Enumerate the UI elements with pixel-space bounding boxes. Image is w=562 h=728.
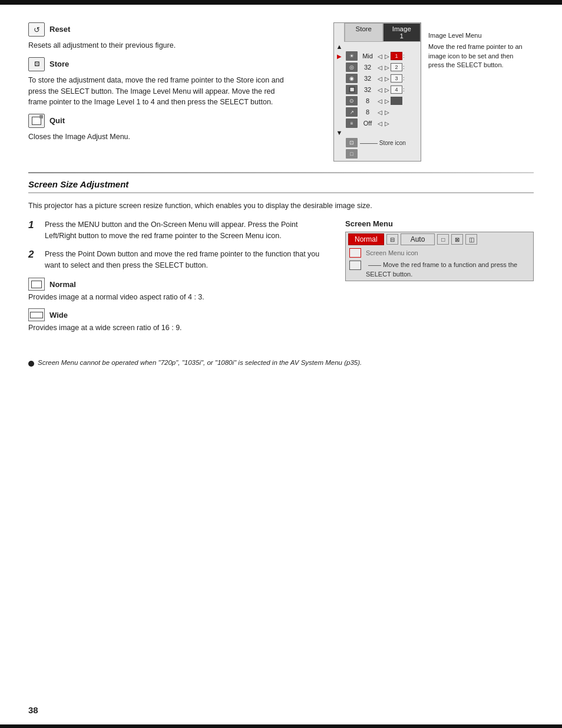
page-number: 38	[28, 705, 38, 715]
wide-description: Provides image at a wide screen ratio of…	[28, 324, 328, 332]
reset-title: Reset	[49, 22, 70, 37]
annotation-title: Image Level Menu	[428, 31, 523, 40]
row3-box: 3	[391, 74, 402, 83]
step-1-num: 1	[28, 219, 45, 231]
wide-icon-inner	[30, 312, 43, 318]
row1-icon: ☀	[346, 51, 358, 61]
step-2-num: 2	[28, 249, 45, 261]
screen-menu-icon-label: Screen Menu icon	[366, 249, 418, 256]
main-divider	[28, 172, 534, 173]
row3-icon: ◉	[346, 74, 358, 83]
top-bar	[0, 0, 562, 5]
row5-box	[391, 97, 402, 105]
step-2: 2 Press the Point Down button and move t…	[28, 249, 328, 271]
screen-move-text-content: Move the red frame to a function and pre…	[366, 261, 517, 277]
step-1-text: Press the MENU button and the On-Screen …	[45, 219, 328, 242]
quit-row-icon: □	[346, 149, 358, 159]
bottom-bar	[0, 724, 562, 728]
reset-description: Resets all adjustment to their previous …	[28, 40, 293, 51]
row6-icon: ↗	[346, 107, 358, 117]
row6-label: 8	[359, 108, 376, 116]
screen-menu-icon2: □	[437, 234, 449, 245]
left-column: ↺ Reset Resets all adjustment to their p…	[28, 17, 322, 162]
normal-function-header: Normal	[28, 278, 328, 291]
reset-section-header: ↺ Reset	[28, 22, 322, 37]
red-arrow: ▶	[334, 53, 345, 60]
row4-icon: 🔲	[346, 85, 358, 94]
image-level-menu-box: Store Image 1 ▲ ▶ ☀ Mid ◁	[333, 22, 421, 162]
store-icon: ⊡	[28, 57, 45, 71]
screen-move-text: —— Move the red frame to a function and …	[366, 261, 530, 279]
quit-title: Quit	[49, 114, 65, 128]
quit-icon-inner	[32, 117, 41, 125]
row2-label: 32	[359, 64, 376, 71]
store-icon-callout-line: ——— Store icon	[360, 140, 406, 146]
screen-menu-icon3: ⊠	[451, 234, 463, 245]
normal-label: Normal	[49, 280, 76, 289]
screen-size-intro: This projector has a picture screen resi…	[28, 200, 534, 212]
screen-size-heading: Screen Size Adjustment	[28, 179, 534, 189]
screen-menu-title: Screen Menu	[345, 219, 534, 228]
screen-menu-icon1: ⊟	[386, 234, 398, 245]
store-section-header: ⊡ Store	[28, 57, 322, 71]
wide-label: Wide	[49, 311, 68, 319]
store-title: Store	[49, 57, 69, 71]
bottom-note: Screen Menu cannot be operated when "720…	[28, 359, 534, 367]
row1-label: Mid	[359, 52, 376, 60]
store-callout-label: Store icon	[379, 140, 406, 146]
row7-label: Off	[359, 120, 376, 127]
screen-menu-diagram: Screen Menu Normal ⊟ Auto □ ⊠ ◫ Screen M…	[345, 219, 534, 335]
screen-sq-1	[349, 248, 361, 258]
row7-icon: ≡	[346, 118, 358, 128]
heading-divider	[28, 192, 534, 193]
screen-menu-icon4: ◫	[465, 234, 477, 245]
normal-icon	[28, 278, 45, 291]
normal-icon-inner	[31, 281, 42, 288]
wide-function-header: Wide	[28, 308, 328, 321]
menu-header-store: Store	[345, 23, 383, 42]
step-1: 1 Press the MENU button and the On-Scree…	[28, 219, 328, 242]
quit-icon	[28, 114, 45, 128]
screen-menu-box: Normal ⊟ Auto □ ⊠ ◫ Screen Menu icon	[345, 232, 534, 281]
row1-box1: 1	[391, 52, 402, 60]
bullet-icon	[28, 361, 34, 367]
row4-box: 4	[391, 85, 402, 94]
row2-box: 2	[391, 63, 402, 71]
down-arrow: ▼	[334, 129, 345, 136]
screen-size-main-col: 1 Press the MENU button and the On-Scree…	[28, 219, 328, 335]
up-arrow: ▲	[334, 43, 345, 50]
row5-icon: ⊙	[346, 96, 358, 106]
row4-label: 32	[359, 86, 376, 93]
image-level-annotation: Image Level Menu Move the red frame poin…	[428, 31, 523, 70]
store-description: To store the adjustment data, move the r…	[28, 75, 293, 108]
row3-label: 32	[359, 75, 376, 82]
reset-icon: ↺	[28, 22, 45, 37]
row5-label: 8	[359, 97, 376, 104]
wide-icon	[28, 308, 45, 321]
screen-sq-2	[349, 261, 361, 270]
quit-section-header: Quit	[28, 114, 322, 128]
menu-header-image1: Image 1	[383, 23, 421, 42]
store-row-icon: ⊡	[346, 138, 358, 147]
quit-description: Closes the Image Adjust Menu.	[28, 131, 293, 143]
row2-icon: ◎	[346, 62, 358, 72]
normal-description: Provides image at a normal video aspect …	[28, 293, 328, 301]
bottom-note-text: Screen Menu cannot be operated when "720…	[38, 359, 362, 366]
image-level-diagram: Store Image 1 ▲ ▶ ☀ Mid ◁	[333, 17, 534, 162]
annotation-text: Move the red frame pointer to an image i…	[428, 42, 523, 70]
screen-menu-normal-cell: Normal	[348, 233, 384, 245]
step-2-text: Press the Point Down button and move the…	[45, 249, 328, 271]
screen-menu-auto-cell: Auto	[401, 233, 435, 245]
